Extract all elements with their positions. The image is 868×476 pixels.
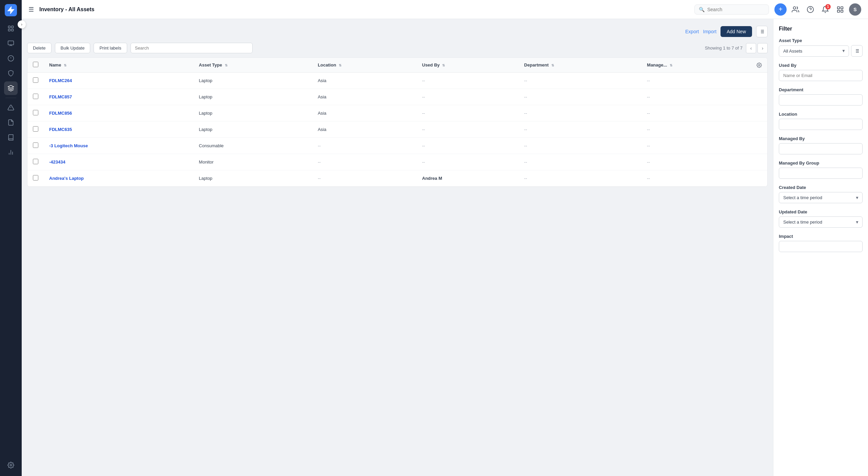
sidebar-item-monitor[interactable] [4, 37, 18, 50]
col-header-managed-by[interactable]: Manage... ⇅ [642, 58, 751, 73]
filter-managed-by-input[interactable] [779, 143, 863, 154]
row-checkbox-1[interactable] [33, 94, 38, 99]
row-location-5: -- [312, 154, 417, 170]
row-name-link-6[interactable]: Andrea's Laptop [49, 176, 84, 181]
sidebar-item-alerts[interactable] [4, 52, 18, 65]
svg-rect-16 [837, 6, 840, 8]
table-row: FDLMC264 Laptop Asia -- -- -- [27, 73, 767, 89]
notification-button[interactable]: 1 [819, 3, 831, 16]
row-name-link-5[interactable]: -423434 [49, 159, 65, 165]
sidebar-item-analytics[interactable] [4, 146, 18, 159]
filter-managed-by-group-input[interactable] [779, 168, 863, 179]
row-name-link-1[interactable]: FDLMC857 [49, 94, 72, 99]
menu-icon[interactable]: ☰ [28, 6, 34, 13]
filter-department-input[interactable] [779, 94, 863, 106]
row-name-0[interactable]: FDLMC264 [44, 73, 194, 89]
sidebar-item-assets[interactable] [4, 81, 18, 95]
sidebar-item-knowledge[interactable] [4, 131, 18, 144]
filter-impact-input[interactable] [779, 241, 863, 252]
user-avatar[interactable]: S [849, 3, 861, 16]
grid-icon-button[interactable] [834, 3, 846, 16]
table-row: Andrea's Laptop Laptop -- Andrea M -- -- [27, 170, 767, 187]
row-name-5[interactable]: -423434 [44, 154, 194, 170]
user-icon-button[interactable] [789, 3, 802, 16]
table-search-input[interactable] [135, 45, 248, 51]
row-managed-by-1: -- [642, 89, 751, 105]
col-header-department[interactable]: Department ⇅ [519, 58, 642, 73]
row-checkbox-5[interactable] [33, 159, 38, 164]
row-checkbox-6[interactable] [33, 175, 38, 180]
sidebar-item-reports[interactable] [4, 116, 18, 129]
filter-created-date-label: Created Date [779, 185, 863, 190]
row-asset-type-5: Monitor [194, 154, 313, 170]
pagination-next[interactable]: › [757, 43, 768, 53]
created-date-select-wrapper: Select a time period Today Last 7 days L… [779, 192, 863, 203]
asset-type-select-wrapper: All Assets Laptop Monitor Consumable Oth… [779, 45, 849, 57]
row-name-6[interactable]: Andrea's Laptop [44, 170, 194, 187]
filter-used-by-input[interactable] [779, 70, 863, 81]
sidebar-toggle[interactable]: › [18, 20, 26, 28]
sidebar-item-dashboard[interactable] [4, 22, 18, 35]
add-new-button[interactable]: Add New [721, 26, 752, 37]
row-asset-type-3: Laptop [194, 121, 313, 138]
asset-type-options-button[interactable] [851, 45, 863, 57]
col-header-used-by[interactable]: Used By ⇅ [417, 58, 519, 73]
filter-created-date-select[interactable]: Select a time period Today Last 7 days L… [779, 192, 863, 203]
row-used-by-5: -- [417, 154, 519, 170]
sidebar-item-warning[interactable] [4, 101, 18, 114]
select-all-header [27, 58, 44, 73]
row-managed-by-0: -- [642, 73, 751, 89]
pagination-prev[interactable]: ‹ [746, 43, 756, 53]
row-department-5: -- [519, 154, 642, 170]
row-location-3: Asia [312, 121, 417, 138]
col-header-name[interactable]: Name ⇅ [44, 58, 194, 73]
select-all-checkbox[interactable] [33, 62, 38, 67]
filter-options-button[interactable] [756, 26, 768, 37]
col-header-location[interactable]: Location ⇅ [312, 58, 417, 73]
app-logo[interactable] [5, 4, 17, 16]
col-header-asset-type[interactable]: Asset Type ⇅ [194, 58, 313, 73]
row-checkbox-3[interactable] [33, 126, 38, 132]
column-settings-button[interactable] [756, 62, 762, 68]
row-asset-type-1: Laptop [194, 89, 313, 105]
row-asset-type-4: Consumable [194, 138, 313, 154]
bulk-update-button[interactable]: Bulk Update [55, 43, 91, 53]
asset-type-select[interactable]: All Assets Laptop Monitor Consumable Oth… [779, 45, 849, 57]
help-icon-button[interactable] [804, 3, 816, 16]
svg-rect-4 [12, 29, 14, 31]
row-checkbox-4[interactable] [33, 142, 38, 148]
row-settings-6 [751, 170, 767, 187]
row-name-2[interactable]: FDLMC856 [44, 105, 194, 121]
export-button[interactable]: Export [685, 29, 699, 34]
sidebar-item-shield[interactable] [4, 66, 18, 80]
add-button[interactable]: + [774, 3, 787, 16]
print-labels-button[interactable]: Print labels [94, 43, 127, 53]
filter-updated-date-select[interactable]: Select a time period Today Last 7 days L… [779, 216, 863, 228]
assets-table: Name ⇅ Asset Type ⇅ Location ⇅ Used By ⇅ [27, 58, 767, 187]
row-managed-by-4: -- [642, 138, 751, 154]
global-search-input[interactable] [707, 7, 765, 12]
row-name-link-3[interactable]: FDLMC635 [49, 127, 72, 132]
filter-location-section: Location [779, 112, 863, 130]
sidebar-item-settings[interactable] [4, 458, 18, 472]
topbar-actions: + 1 [774, 3, 861, 16]
row-name-link-0[interactable]: FDLMC264 [49, 78, 72, 83]
filter-location-input[interactable] [779, 119, 863, 130]
row-name-1[interactable]: FDLMC857 [44, 89, 194, 105]
delete-button[interactable]: Delete [27, 43, 52, 53]
assets-table-container: Name ⇅ Asset Type ⇅ Location ⇅ Used By ⇅ [27, 57, 768, 187]
svg-rect-19 [841, 10, 843, 12]
filter-managed-by-section: Managed By [779, 136, 863, 154]
pagination-controls: ‹ › [746, 43, 768, 53]
row-checkbox-0[interactable] [33, 77, 38, 83]
row-name-4[interactable]: -3 Logitech Mouse [44, 138, 194, 154]
asset-type-row: All Assets Laptop Monitor Consumable Oth… [779, 45, 863, 57]
row-name-link-2[interactable]: FDLMC856 [49, 111, 72, 116]
filter-panel: Filter Asset Type All Assets Laptop Moni… [773, 19, 868, 476]
row-checkbox-cell [27, 121, 44, 138]
row-name-3[interactable]: FDLMC635 [44, 121, 194, 138]
import-button[interactable]: Import [703, 29, 717, 34]
row-name-link-4[interactable]: -3 Logitech Mouse [49, 143, 88, 148]
row-checkbox-2[interactable] [33, 110, 38, 115]
export-bar: Export Import Add New [27, 24, 768, 39]
